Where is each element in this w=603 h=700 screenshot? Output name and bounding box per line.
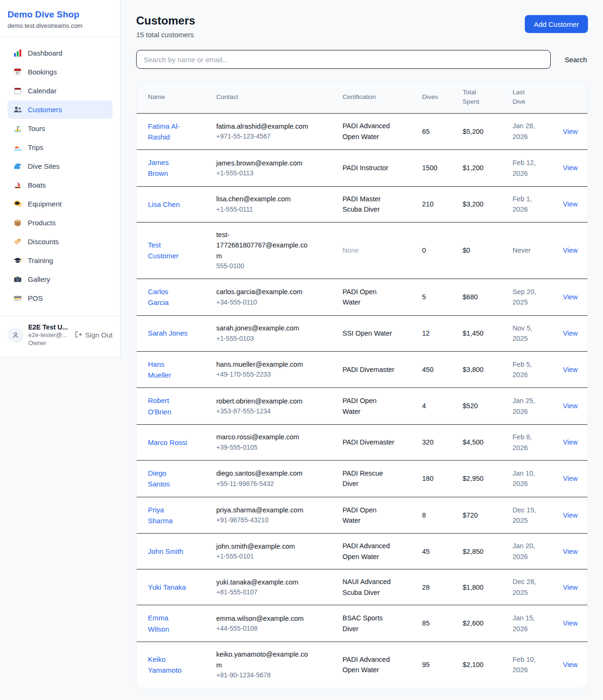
view-customer-link[interactable]: View xyxy=(563,511,578,519)
view-customer-link[interactable]: View xyxy=(563,164,578,172)
customer-total-spent: $2,600 xyxy=(463,619,483,627)
customer-dives: 450 xyxy=(422,366,433,373)
sidebar-item-label: Trips xyxy=(28,143,43,151)
view-customer-link[interactable]: View xyxy=(563,247,578,254)
add-customer-button[interactable]: Add Customer xyxy=(525,15,588,33)
sidebar-item-gallery[interactable]: Gallery xyxy=(8,270,113,288)
customer-name-link[interactable]: John Smith xyxy=(148,546,183,557)
customer-email: robert.obrien@example.com xyxy=(216,396,313,406)
sidebar-nav: Dashboard 17 Bookings Calendar Customers… xyxy=(0,37,120,315)
search-button[interactable]: Search xyxy=(563,54,588,66)
customer-name-link[interactable]: Robert O'Brien xyxy=(148,395,189,417)
column-header-actions xyxy=(563,82,587,113)
view-customer-link[interactable]: View xyxy=(563,475,578,482)
search-input[interactable] xyxy=(136,50,551,69)
customer-last-dive: Nov 5, 2025 xyxy=(513,323,542,344)
sidebar-item-training[interactable]: Training xyxy=(8,251,113,270)
customer-dives: 28 xyxy=(422,584,430,591)
customer-dives: 8 xyxy=(422,511,426,519)
view-customer-link[interactable]: View xyxy=(563,366,578,373)
customer-phone: +44-555-0108 xyxy=(216,624,338,634)
customer-total-spent: $4,500 xyxy=(463,438,483,446)
customer-name-link[interactable]: Priya Sharma xyxy=(148,504,189,527)
sign-out-button[interactable]: Sign Out xyxy=(74,330,113,340)
view-customer-link[interactable]: View xyxy=(563,200,578,208)
view-customer-link[interactable]: View xyxy=(563,584,578,591)
customer-last-dive: Jan 10, 2026 xyxy=(513,468,542,489)
sidebar-item-label: Calendar xyxy=(28,87,57,95)
sidebar-item-label: Tours xyxy=(28,124,45,132)
sidebar-item-products[interactable]: Products xyxy=(8,214,113,232)
view-customer-link[interactable]: View xyxy=(563,661,578,668)
view-customer-link[interactable]: View xyxy=(563,548,578,555)
customer-email: test-1772681807767@example.com xyxy=(216,230,313,261)
sailboat-icon xyxy=(13,181,22,189)
customer-last-dive: Feb 1, 2026 xyxy=(513,194,542,215)
column-header-name: Name xyxy=(137,82,216,113)
table-header-row: Name Contact Certification Dives Total S… xyxy=(137,82,587,113)
customer-name-link[interactable]: Sarah Jones xyxy=(148,328,187,338)
sidebar-item-discounts[interactable]: Discounts xyxy=(8,232,113,251)
sidebar-item-label: Dive Sites xyxy=(28,162,60,170)
shop-domain: demo.test.divestreams.com xyxy=(8,22,113,29)
sidebar-item-dashboard[interactable]: Dashboard xyxy=(8,44,113,62)
sidebar-item-customers[interactable]: Customers xyxy=(8,100,113,119)
page-title: Customers xyxy=(136,14,195,27)
sidebar-item-label: Training xyxy=(28,256,53,264)
sidebar-item-boats[interactable]: Boats xyxy=(8,176,113,194)
customer-certification: PADI Master Scuba Diver xyxy=(342,194,395,215)
customer-certification: PADI Advanced Open Water xyxy=(342,541,395,562)
view-customer-link[interactable]: View xyxy=(563,128,578,135)
customer-name-link[interactable]: James Brown xyxy=(148,157,189,179)
sidebar-item-equipment[interactable]: Equipment xyxy=(8,195,113,213)
customer-name-link[interactable]: Lisa Chen xyxy=(148,199,180,210)
customer-last-dive: Dec 15, 2025 xyxy=(513,505,542,526)
customer-certification: PADI Open Water xyxy=(342,395,395,417)
sidebar-item-label: Dashboard xyxy=(28,49,62,57)
customer-phone: +1-555-0103 xyxy=(216,334,338,344)
view-customer-link[interactable]: View xyxy=(563,438,578,446)
customer-dives: 210 xyxy=(422,200,433,208)
customer-name-link[interactable]: Test Customer xyxy=(148,239,189,262)
user-email: e2e-tester@... xyxy=(28,331,68,339)
customer-email: keiko.yamamoto@example.com xyxy=(216,649,313,670)
user-name: E2E Test U... xyxy=(28,323,68,331)
customer-phone: +353-87-555-1234 xyxy=(216,406,338,417)
sidebar-item-pos[interactable]: POS xyxy=(8,289,113,307)
view-customer-link[interactable]: View xyxy=(563,619,578,627)
customer-name-link[interactable]: Hans Mueller xyxy=(148,359,189,381)
customer-name-link[interactable]: Fatima Al-Rashid xyxy=(148,121,189,143)
table-row: Hans Mueller hans.mueller@example.com +4… xyxy=(137,351,587,388)
table-row: Priya Sharma priya.sharma@example.com +9… xyxy=(137,497,587,534)
customer-dives: 85 xyxy=(422,619,430,627)
customer-name-link[interactable]: Emma Wilson xyxy=(148,612,189,634)
customer-name-link[interactable]: Carlos Garcia xyxy=(148,286,189,308)
customer-total-spent: $3,200 xyxy=(463,200,483,208)
table-row: John Smith john.smith@example.com +1-555… xyxy=(137,534,587,569)
sidebar-item-bookings[interactable]: 17 Bookings xyxy=(8,63,113,81)
view-customer-link[interactable]: View xyxy=(563,293,578,301)
view-customer-link[interactable]: View xyxy=(563,329,578,337)
sidebar-item-tours[interactable]: Tours xyxy=(8,119,113,138)
main-content: Customers 15 total customers Add Custome… xyxy=(121,0,603,700)
customer-name-link[interactable]: Yuki Tanaka xyxy=(148,582,186,593)
table-row: Fatima Al-Rashid fatima.alrashid@example… xyxy=(137,113,587,150)
table-row: Emma Wilson emma.wilson@example.com +44-… xyxy=(137,605,587,642)
sidebar-item-calendar[interactable]: Calendar xyxy=(8,82,113,100)
customer-total-spent: $0 xyxy=(463,247,470,254)
sidebar-item-dive-sites[interactable]: Dive Sites xyxy=(8,157,113,175)
customer-email: carlos.garcia@example.com xyxy=(216,287,313,297)
customer-name-link[interactable]: Diego Santos xyxy=(148,468,189,490)
customer-name-link[interactable]: Marco Rossi xyxy=(148,437,187,448)
camera-icon xyxy=(13,275,22,284)
customer-total-spent: $680 xyxy=(463,293,478,301)
sidebar-item-trips[interactable]: Trips xyxy=(8,138,113,156)
customer-phone: +1-555-0101 xyxy=(216,552,338,562)
customer-certification: BSAC Sports Diver xyxy=(342,613,395,634)
customer-phone: +34-555-0110 xyxy=(216,297,338,308)
view-customer-link[interactable]: View xyxy=(563,402,578,410)
customer-name-link[interactable]: Keiko Yamamoto xyxy=(148,654,189,676)
customer-email: sarah.jones@example.com xyxy=(216,323,313,333)
sidebar-item-label: Boats xyxy=(28,181,46,189)
user-section: E2E Test U... e2e-tester@... Owner Sign … xyxy=(0,315,120,357)
